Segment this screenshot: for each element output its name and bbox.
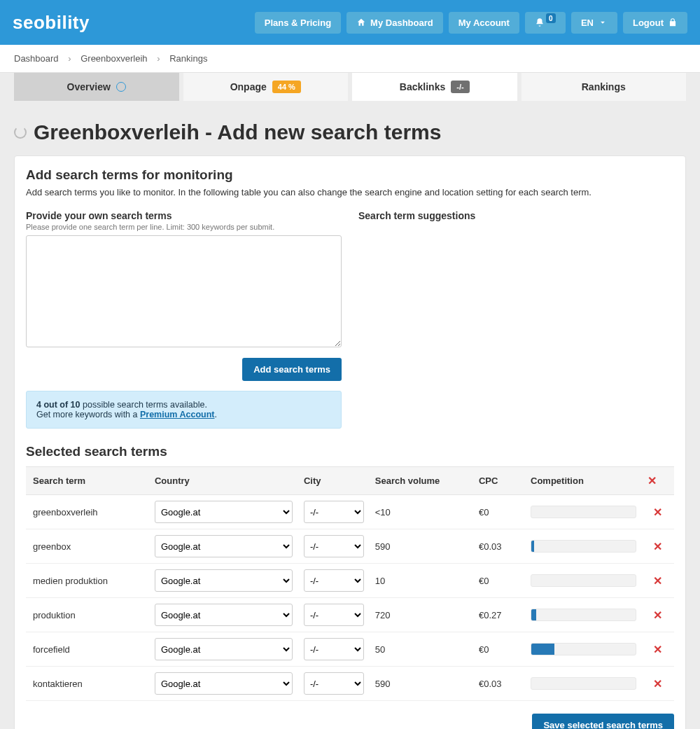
country-select[interactable]: Google.at	[155, 535, 293, 557]
th-term: Search term	[26, 467, 149, 495]
country-select[interactable]: Google.at	[155, 672, 293, 695]
th-cpc: CPC	[473, 467, 525, 495]
own-terms-help: Please provide one search term per line.…	[26, 223, 342, 231]
table-row: medien produktionGoogle.at-/-10€0✕	[26, 564, 674, 598]
own-terms-column: Provide your own search terms Please pro…	[26, 210, 342, 429]
cell-term: forcefield	[26, 632, 149, 667]
logo[interactable]: seobility	[13, 12, 90, 34]
delete-row-button[interactable]: ✕	[642, 598, 674, 632]
city-select[interactable]: -/-	[304, 501, 364, 523]
my-dashboard-button[interactable]: My Dashboard	[346, 12, 443, 34]
city-select[interactable]: -/-	[304, 638, 364, 660]
breadcrumb-sep: ›	[68, 53, 71, 64]
city-select[interactable]: -/-	[304, 604, 364, 626]
th-volume: Search volume	[370, 467, 473, 495]
country-select[interactable]: Google.at	[155, 501, 293, 523]
cell-term: greenboxverleih	[26, 495, 149, 529]
cell-term: greenbox	[26, 529, 149, 564]
close-icon: ✕	[648, 475, 657, 487]
page-title: Greenboxverleih - Add new search terms	[34, 120, 441, 144]
breadcrumb-project[interactable]: Greenboxverleih	[80, 53, 147, 64]
tab-overview[interactable]: Overview	[14, 73, 179, 101]
tab-rankings[interactable]: Rankings	[522, 73, 687, 101]
cell-cpc: €0	[473, 564, 525, 598]
lock-icon	[668, 18, 678, 27]
language-label: EN	[581, 18, 594, 28]
add-search-terms-button[interactable]: Add search terms	[242, 358, 342, 381]
logout-button[interactable]: Logout	[623, 12, 687, 34]
tab-label: Rankings	[582, 81, 626, 92]
notice-text: possible search terms available.	[80, 400, 207, 410]
tab-backlinks[interactable]: Backlinks -/-	[352, 73, 517, 101]
cell-cpc: €0	[473, 495, 525, 529]
cell-cpc: €0.03	[473, 529, 525, 564]
selected-heading: Selected search terms	[26, 444, 674, 459]
notice-text: .	[214, 410, 216, 419]
tab-onpage[interactable]: Onpage 44 %	[183, 73, 349, 101]
section-lead: Add search terms you like to monitor. In…	[26, 187, 674, 197]
notice-bold: 4 out of 10	[36, 400, 80, 410]
delete-row-button[interactable]: ✕	[642, 495, 674, 529]
tab-label: Overview	[67, 81, 111, 92]
notifications-button[interactable]: 0	[525, 12, 566, 34]
competition-bar	[531, 540, 636, 553]
section-heading: Add search terms for monitoring	[26, 167, 674, 183]
breadcrumb: Dashboard › Greenboxverleih › Rankings	[0, 45, 700, 73]
competition-bar	[531, 506, 636, 518]
search-terms-table: Search term Country City Search volume C…	[26, 466, 674, 701]
backlinks-badge: -/-	[451, 81, 469, 93]
my-account-button[interactable]: My Account	[449, 12, 519, 34]
columns: Provide your own search terms Please pro…	[26, 210, 674, 429]
table-row: greenboxGoogle.at-/-590€0.03✕	[26, 529, 674, 564]
cell-volume: 720	[370, 598, 473, 632]
save-selected-button[interactable]: Save selected search terms	[532, 714, 674, 729]
cell-cpc: €0	[473, 632, 525, 667]
competition-bar	[531, 677, 636, 690]
onpage-percent-pill: 44 %	[272, 81, 301, 93]
language-button[interactable]: EN	[571, 12, 617, 34]
city-select[interactable]: -/-	[304, 535, 364, 557]
cell-term: medien produktion	[26, 564, 149, 598]
cell-term: kontaktieren	[26, 667, 149, 701]
delete-row-button[interactable]: ✕	[642, 564, 674, 598]
table-row: produktionGoogle.at-/-720€0.27✕	[26, 598, 674, 632]
cell-volume: 50	[370, 632, 473, 667]
breadcrumb-dashboard[interactable]: Dashboard	[14, 53, 59, 64]
premium-account-link[interactable]: Premium Account	[140, 410, 215, 419]
notice-text: Get more keywords with a	[36, 410, 140, 419]
cell-cpc: €0.27	[473, 598, 525, 632]
th-delete-all[interactable]: ✕	[642, 467, 674, 495]
search-terms-textarea[interactable]	[26, 235, 342, 347]
cell-cpc: €0.03	[473, 667, 525, 701]
home-icon	[356, 18, 366, 27]
table-header-row: Search term Country City Search volume C…	[26, 467, 674, 495]
panel: Add search terms for monitoring Add sear…	[14, 155, 686, 729]
country-select[interactable]: Google.at	[155, 638, 293, 660]
tab-label: Onpage	[230, 81, 267, 92]
breadcrumb-sep: ›	[157, 53, 160, 64]
delete-row-button[interactable]: ✕	[642, 529, 674, 564]
suggestions-column: Search term suggestions	[358, 210, 674, 429]
country-select[interactable]: Google.at	[155, 604, 293, 626]
delete-row-button[interactable]: ✕	[642, 667, 674, 701]
notice: 4 out of 10 possible search terms availa…	[26, 391, 342, 429]
my-dashboard-label: My Dashboard	[370, 18, 433, 28]
city-select[interactable]: -/-	[304, 672, 364, 695]
own-terms-label: Provide your own search terms	[26, 210, 342, 221]
city-select[interactable]: -/-	[304, 569, 364, 592]
cell-volume: 590	[370, 529, 473, 564]
delete-row-button[interactable]: ✕	[642, 632, 674, 667]
table-row: kontaktierenGoogle.at-/-590€0.03✕	[26, 667, 674, 701]
country-select[interactable]: Google.at	[155, 569, 293, 592]
suggestions-label: Search term suggestions	[358, 210, 674, 221]
breadcrumb-rankings[interactable]: Rankings	[169, 53, 207, 64]
notification-badge: 0	[546, 13, 556, 23]
plans-pricing-button[interactable]: Plans & Pricing	[255, 12, 341, 34]
th-city: City	[298, 467, 370, 495]
table-row: greenboxverleihGoogle.at-/-<10€0✕	[26, 495, 674, 529]
cell-volume: <10	[370, 495, 473, 529]
competition-bar	[531, 574, 636, 587]
competition-bar	[531, 643, 636, 655]
bell-icon	[535, 18, 545, 27]
topbar: seobility Plans & Pricing My Dashboard M…	[0, 0, 700, 45]
